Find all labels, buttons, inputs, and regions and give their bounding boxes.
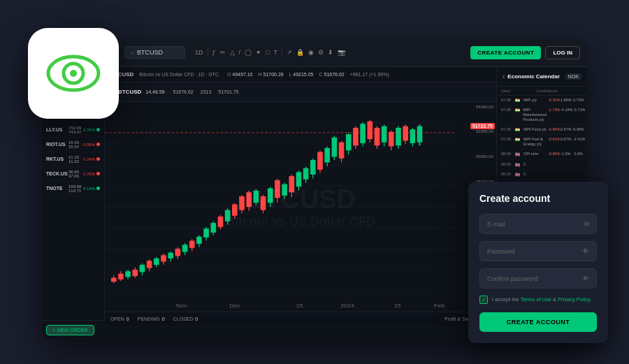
svg-rect-21 — [140, 265, 145, 272]
password-input-wrapper[interactable]: 👁 — [479, 241, 597, 261]
form-title: Create account — [479, 193, 597, 204]
confirm-password-input[interactable] — [487, 275, 578, 282]
svg-text:2024: 2024 — [340, 302, 354, 308]
closed-label: CLOSED — [173, 316, 194, 321]
svg-rect-71 — [317, 152, 323, 169]
toolbar: 1D ƒ ✏ △ / ◯ ✦ □ T ↗ 🔒 ◉ ⚙ ⬇ 📷 — [195, 47, 465, 58]
line-icon[interactable]: / — [239, 49, 241, 56]
calendar-row: 07:30 🇮🇳 WPI Manufactured Products y/y -… — [497, 105, 587, 125]
chart-header: BTCUSD Bitcoin vs US Dollar CFD · 1D · G… — [105, 67, 496, 82]
submit-create-account-button[interactable]: CREATE ACCOUNT — [479, 312, 597, 332]
instrument-price: 14,48.58 — [145, 89, 164, 94]
chart-bottom-bar: OPEN 0 PENDING 0 CLOSED 0 Profit & Swap … — [105, 312, 496, 326]
timeframe-selector[interactable]: 1D — [195, 49, 203, 56]
search-box[interactable]: ⌕ — [124, 46, 185, 59]
chart-svg: Nov Dec 15 2024 15 Feb — [105, 102, 496, 312]
calendar-row: 07:30 🇮🇳 WPI Food y/y -6.85% 0.97% 9.38% — [497, 125, 587, 135]
confirm-password-input-wrapper[interactable]: 👁 — [479, 268, 597, 289]
open-label: OPEN — [110, 316, 124, 321]
password-input[interactable] — [487, 248, 578, 255]
col-header-prev — [572, 89, 583, 93]
create-account-button[interactable]: CREATE ACCOUNT — [470, 46, 541, 59]
search-input[interactable] — [137, 49, 179, 56]
svg-point-2 — [70, 70, 77, 77]
email-icon: ✉ — [584, 220, 589, 228]
chart-type-icon[interactable]: ƒ — [212, 49, 216, 56]
calendar-row: 08:00 🇬🇧 CPI m/m -0.65% -1.0% 0.4% — [497, 150, 587, 159]
calendar-row: 07:30 🇮🇳 WPI Fuel & Energy y/y -0.91% 0.… — [497, 135, 587, 150]
create-account-form: Create account ✉ 👁 👁 ✓ I accept the Term… — [468, 182, 608, 343]
download-icon[interactable]: ⬇ — [328, 49, 333, 56]
list-item[interactable]: TNOTE 109.68 110.71 0.13% — [42, 182, 104, 196]
pending-value: 0 — [162, 316, 165, 321]
circle-icon[interactable]: ◯ — [245, 49, 252, 56]
list-item[interactable]: TECK.US 36.95 37.06 -1.76% — [42, 167, 104, 182]
svg-rect-93 — [396, 127, 401, 145]
svg-rect-69 — [310, 160, 316, 175]
closed-orders: CLOSED 0 — [173, 316, 198, 321]
svg-rect-17 — [125, 271, 131, 277]
toolbar-divider — [208, 47, 208, 58]
screenshot-icon[interactable]: 📷 — [338, 49, 345, 56]
checkbox-check-icon: ✓ — [482, 297, 486, 303]
calendar-currency[interactable]: NOK — [565, 73, 581, 80]
svg-rect-57 — [268, 188, 273, 203]
svg-rect-73 — [324, 147, 330, 162]
show-confirm-password-icon[interactable]: 👁 — [582, 275, 589, 282]
show-password-icon[interactable]: 👁 — [582, 247, 589, 255]
svg-rect-95 — [403, 126, 408, 140]
svg-text:15: 15 — [394, 302, 401, 308]
svg-rect-61 — [282, 184, 287, 195]
star-icon[interactable]: ✦ — [256, 49, 261, 56]
svg-rect-51 — [246, 192, 252, 207]
svg-rect-89 — [382, 126, 387, 142]
cursor-icon[interactable]: ↗ — [287, 49, 292, 56]
terms-of-use-link[interactable]: Terms of Use — [521, 296, 551, 303]
svg-rect-13 — [111, 277, 117, 282]
col-header-event: (text) — [501, 89, 535, 93]
draw-icon[interactable]: ✏ — [220, 49, 226, 56]
closed-value: 0 — [195, 316, 198, 321]
rect-icon[interactable]: □ — [266, 49, 269, 56]
top-buttons: CREATE ACCOUNT LOG IN — [470, 46, 580, 59]
list-item[interactable]: RKT.US 11.15 11.32 -7.24% — [42, 152, 104, 167]
svg-rect-79 — [346, 134, 352, 150]
email-field: ✉ — [479, 214, 597, 234]
svg-rect-19 — [132, 270, 138, 276]
email-input-wrapper[interactable]: ✉ — [479, 214, 597, 234]
list-item[interactable]: LLY.US 742.69 743.07 0.78% — [42, 123, 104, 138]
eye-icon[interactable]: ◉ — [308, 49, 314, 56]
settings-icon[interactable]: ⚙ — [318, 49, 324, 56]
open-orders: OPEN 0 — [110, 316, 129, 321]
instrument-bar: ► BTCUSD 14,48.58 51676.62 2313 51701.75 — [105, 82, 496, 102]
svg-rect-65 — [296, 172, 302, 187]
triangle-icon[interactable]: △ — [230, 49, 235, 56]
calendar-row: 08:00 🇬🇧 C — [497, 160, 587, 170]
svg-rect-81 — [353, 127, 359, 145]
terms-checkbox[interactable]: ✓ — [479, 296, 488, 304]
app-logo — [28, 28, 119, 119]
candlestick-chart: BTCUSDBitcoin vs US Dollar CFD 54000.00 … — [105, 102, 496, 312]
confirm-password-field: 👁 — [479, 268, 597, 289]
lock-icon[interactable]: 🔒 — [296, 49, 304, 56]
svg-rect-91 — [389, 131, 394, 146]
svg-text:Nov: Nov — [176, 302, 188, 308]
password-field: 👁 — [479, 241, 597, 261]
toolbar-divider-2 — [282, 47, 282, 58]
email-input[interactable] — [487, 221, 579, 228]
svg-rect-97 — [410, 129, 416, 143]
svg-rect-15 — [118, 273, 124, 279]
panel-header: ‹ Economic Calendar NOK — [497, 67, 587, 87]
panel-back-icon[interactable]: ‹ — [503, 73, 505, 80]
col-header-actual — [559, 89, 570, 93]
calendar-row: 08:00 🇬🇧 C — [497, 170, 587, 180]
list-item[interactable]: RIOT.US 15.35 15.52 -3.08% — [42, 138, 104, 152]
pending-orders: PENDING 0 — [138, 316, 165, 321]
svg-text:Feb: Feb — [434, 302, 445, 308]
terms-checkbox-row: ✓ I accept the Terms of Use & Privacy Po… — [479, 296, 597, 304]
login-button[interactable]: LOG IN — [545, 46, 580, 59]
text-icon[interactable]: T — [274, 49, 278, 56]
new-order-button[interactable]: + NEW ORDER — [46, 325, 94, 335]
privacy-policy-link[interactable]: Privacy Policy. — [558, 296, 591, 303]
panel-title: Economic Calendar — [507, 73, 560, 80]
